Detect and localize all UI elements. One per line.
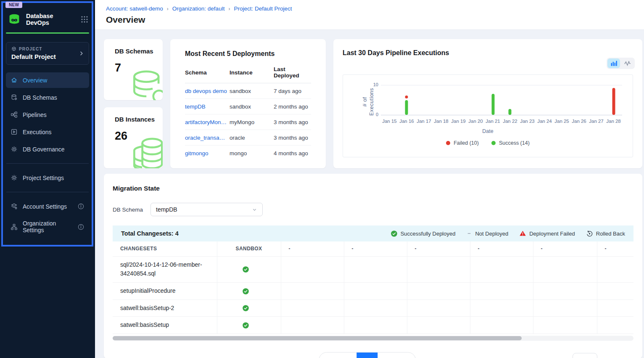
failed-bar[interactable] xyxy=(405,95,408,98)
check-circle-icon xyxy=(242,288,249,295)
apps-grid-icon[interactable] xyxy=(81,16,88,23)
x-tick-label: Jan 27 xyxy=(589,119,604,124)
sidebar-item-account-settings[interactable]: Account Settings xyxy=(6,199,89,214)
breadcrumb-separator: › xyxy=(167,6,169,12)
last-deployed-cell: 3 months ago xyxy=(274,135,311,141)
sidebar-item-pipelines[interactable]: Pipelines xyxy=(6,107,89,122)
schema-link[interactable]: gitmongo xyxy=(185,150,230,156)
empty-cell xyxy=(597,300,633,317)
sidebar-item-project-settings[interactable]: Project Settings xyxy=(6,170,89,186)
breadcrumb-link[interactable]: Project: Default Project xyxy=(234,5,292,12)
empty-cell xyxy=(597,282,633,300)
deployments-table-header: Schema Instance Last Deployed xyxy=(185,66,311,83)
x-tick-label: Jan 21 xyxy=(486,119,500,124)
line-chart-icon[interactable] xyxy=(621,58,634,68)
pager: Prev 1 Next xyxy=(319,352,416,358)
info-icon[interactable] xyxy=(77,223,84,231)
db-schema-select[interactable]: tempDB xyxy=(150,203,263,216)
schema-link[interactable]: artifactoryMongo xyxy=(185,119,230,125)
sidebar-item-overview[interactable]: Overview xyxy=(6,72,89,88)
empty-cell xyxy=(470,317,533,334)
empty-cell xyxy=(533,317,597,334)
x-tick-label: Jan 25 xyxy=(554,119,569,124)
sidebar-header: Database DevOps xyxy=(6,8,89,27)
empty-cell xyxy=(470,256,533,282)
new-badge: NEW xyxy=(5,2,22,8)
migration-column-header: - xyxy=(407,241,470,256)
deployments-table: Schema Instance Last Deployed db devops … xyxy=(185,66,311,161)
status-legend-item: Not Deployed xyxy=(466,230,508,237)
info-icon[interactable] xyxy=(77,203,84,210)
current-page-button[interactable]: 1 xyxy=(357,353,378,358)
x-tick-label: Jan 19 xyxy=(451,119,466,124)
instance-cell: myMongo xyxy=(230,119,274,125)
project-cube-icon xyxy=(11,46,16,51)
app-window: NEW Database DevOps xyxy=(0,0,644,358)
instance-cell: sandbox xyxy=(230,103,274,110)
db-schemas-card: DB Schemas 7 xyxy=(104,39,163,100)
db-schema-selected-value: tempDB xyxy=(156,206,177,213)
status-legend-item: Successfully Deployed xyxy=(391,230,456,237)
prev-page-button[interactable]: Prev xyxy=(319,353,357,358)
empty-cell xyxy=(344,256,407,282)
sidebar-item-label: Pipelines xyxy=(23,111,47,118)
sidebar-item-label: Overview xyxy=(23,77,47,84)
x-tick-label: Jan 22 xyxy=(503,119,517,124)
status-legend-label: Not Deployed xyxy=(475,231,508,237)
schema-link[interactable]: db devops demo xyxy=(185,88,230,94)
gear-icon xyxy=(11,174,18,181)
migration-column-header: SANDBOX xyxy=(217,241,281,256)
x-tick-label: Jan 26 xyxy=(572,119,586,124)
sidebar-item-db-schemas[interactable]: DB Schemas xyxy=(6,90,89,105)
status-legend-label: Rolled Back xyxy=(596,231,625,237)
breadcrumb-link[interactable]: Organization: default xyxy=(172,5,225,12)
total-changesets: Total Changesets: 4 xyxy=(121,230,179,237)
nav-divider xyxy=(6,163,89,164)
stat-label: DB Instances xyxy=(115,116,163,123)
x-tick-label: Jan 28 xyxy=(606,119,621,124)
sandbox-status-cell xyxy=(217,300,281,317)
breadcrumb-link[interactable]: Account: satwell-demo xyxy=(106,5,163,12)
sidebar: NEW Database DevOps xyxy=(0,0,95,358)
empty-cell xyxy=(407,300,470,317)
empty-cell xyxy=(407,282,470,300)
sidebar-item-executions[interactable]: Executions xyxy=(6,124,89,140)
org-settings-icon xyxy=(11,223,18,231)
sidebar-item-db-governance[interactable]: DB Governance xyxy=(6,141,89,157)
sidebar-item-label: DB Schemas xyxy=(23,94,57,101)
pagination-bar: 4 of 4 Prev 1 Next Show xyxy=(113,352,633,358)
scrollbar-thumb[interactable] xyxy=(113,336,522,340)
next-page-button[interactable]: Next xyxy=(378,353,416,358)
success-bar[interactable] xyxy=(509,109,512,115)
bar-chart-icon[interactable] xyxy=(607,58,620,68)
pipeline-executions-card: Last 30 Days Pipeline Executions xyxy=(333,39,642,168)
changeset-row: satwell:basisSetup-2 xyxy=(113,300,633,317)
sidebar-item-organization-settings[interactable]: Organization Settings xyxy=(6,216,89,238)
db-schema-label: DB Schema xyxy=(113,207,143,213)
failed-bar[interactable] xyxy=(612,88,615,115)
schema-link[interactable]: oracle_transact... xyxy=(185,135,230,141)
success-bar[interactable] xyxy=(491,94,494,115)
project-selector[interactable]: PROJECT Default Project xyxy=(6,42,89,65)
migration-state-panel: Migration State DB Schema tempDB Total C… xyxy=(104,174,642,358)
chart-type-toggle xyxy=(607,58,635,69)
sidebar-item-label: Project Settings xyxy=(23,175,64,181)
section-title: Migration State xyxy=(113,185,633,192)
sidebar-item-label: DB Governance xyxy=(23,146,65,153)
page-header: Account: satwell-demo›Organization: defa… xyxy=(95,0,644,30)
legend-dot xyxy=(491,141,496,145)
schema-link[interactable]: tempDB xyxy=(185,103,230,110)
horizontal-scrollbar[interactable] xyxy=(113,336,633,341)
governance-icon xyxy=(11,146,18,153)
page-size-select[interactable]: 10 xyxy=(573,353,597,358)
project-label: PROJECT xyxy=(19,47,42,51)
empty-cell xyxy=(281,300,344,317)
x-tick-label: Jan 24 xyxy=(537,119,552,124)
deployment-row: tempDBsandbox2 months ago xyxy=(185,99,311,114)
empty-cell xyxy=(281,317,344,334)
pipeline-icon xyxy=(11,111,18,118)
success-bar[interactable] xyxy=(405,100,408,115)
x-axis-title: Date xyxy=(343,128,633,134)
check-circle-icon xyxy=(242,266,249,273)
legend-item: Success (14) xyxy=(491,140,530,146)
